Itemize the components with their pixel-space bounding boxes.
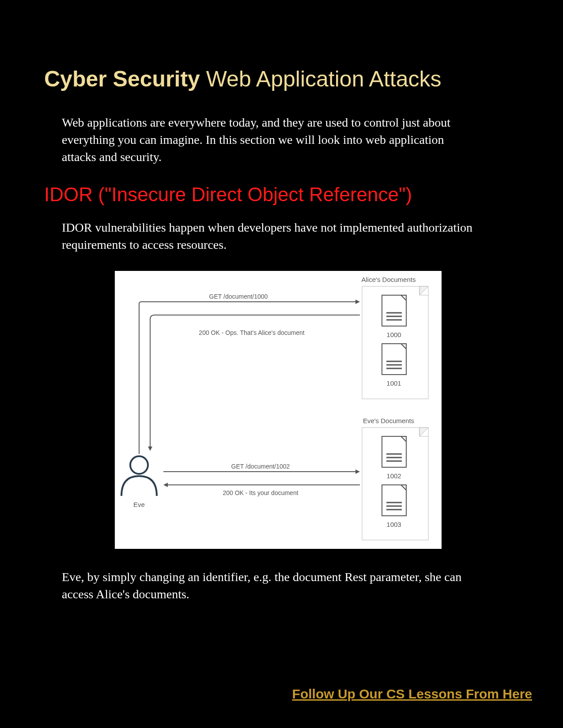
title-bold: Cyber Security bbox=[44, 67, 200, 91]
response-label-1: 200 OK - Ops. That's Alice's document bbox=[199, 329, 304, 336]
title-light: Web Application Attacks bbox=[200, 67, 442, 91]
intro-paragraph: Web applications are everywhere today, a… bbox=[62, 114, 481, 166]
doc-id-label: 1002 bbox=[386, 472, 401, 480]
alice-docs-label: Alice's Documents bbox=[362, 276, 416, 283]
document-icon bbox=[382, 485, 406, 516]
conclusion-paragraph: Eve, by simply changing an identifier, e… bbox=[62, 568, 481, 603]
page-title: Cyber Security Web Application Attacks bbox=[44, 66, 519, 92]
document-icon bbox=[382, 344, 406, 375]
svg-rect-8 bbox=[382, 344, 406, 375]
document-icon bbox=[382, 436, 406, 467]
idor-description: IDOR vulnerabilities happen when develop… bbox=[62, 219, 481, 253]
doc-id-label: 1000 bbox=[386, 331, 401, 338]
idor-diagram: Alice's Documents 1000 bbox=[115, 271, 519, 551]
request-label-2: GET /document/1002 bbox=[231, 463, 290, 470]
footer-cs-lessons-link[interactable]: Follow Up Our CS Lessons From Here bbox=[292, 687, 532, 702]
document-icon bbox=[382, 295, 406, 326]
doc-id-label: 1001 bbox=[386, 379, 401, 387]
user-label: Eve bbox=[133, 501, 145, 508]
svg-rect-4 bbox=[382, 295, 406, 326]
svg-rect-19 bbox=[382, 485, 406, 516]
doc-id-label: 1003 bbox=[386, 521, 401, 528]
request-label-1: GET /document/1000 bbox=[209, 293, 268, 300]
svg-rect-15 bbox=[382, 436, 406, 467]
response-label-2: 200 OK - Its your document bbox=[223, 489, 298, 496]
eve-docs-label: Eve's Documents bbox=[363, 417, 414, 424]
section-heading: IDOR ("Insecure Direct Object Reference"… bbox=[44, 184, 519, 206]
